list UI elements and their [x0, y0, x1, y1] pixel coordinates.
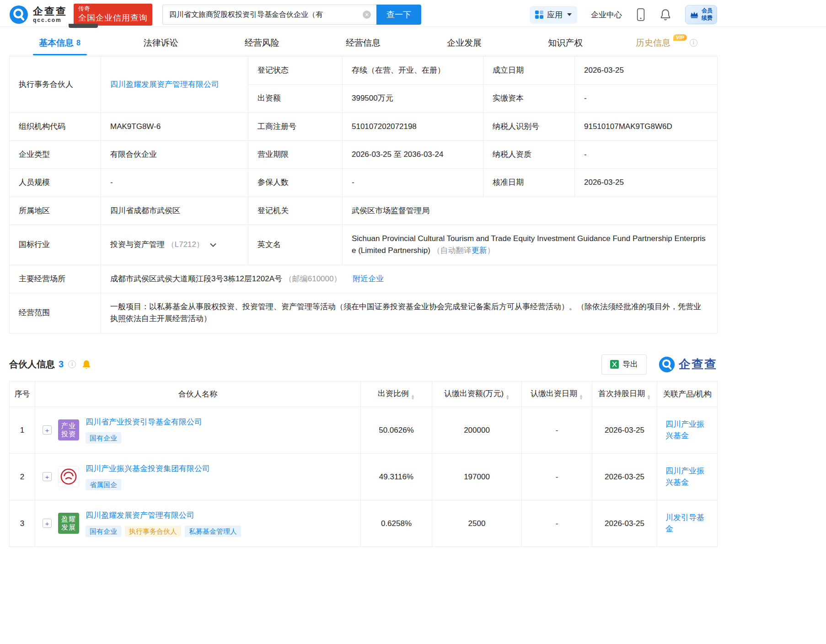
partner-name-link[interactable]: 四川产业振兴基金投资集团有限公司 [86, 463, 210, 475]
expand-row-button[interactable]: + [43, 472, 52, 481]
enterprise-center-link[interactable]: 企业中心 [591, 10, 622, 20]
partner-ratio: 49.3116% [361, 453, 432, 500]
address-text: 成都市武侯区武侯大道顺江段3号3栋12层1202A号 [110, 274, 282, 283]
qcc-logo-icon [9, 5, 28, 24]
tab-history[interactable]: 历史信息 VIP i [616, 31, 717, 55]
label-business-term: 营业期限 [248, 141, 343, 169]
executive-partner-link[interactable]: 四川盈耀发展资产管理有限公司 [110, 80, 219, 89]
tab-intellectual-property[interactable]: 知识产权 [515, 31, 616, 55]
clear-search-icon[interactable]: ✕ [363, 11, 371, 19]
col-first-date[interactable]: 首次持股日期▲▼ [592, 381, 657, 407]
label-reg-authority: 登记机关 [248, 197, 343, 225]
partner-logo[interactable] [58, 466, 79, 487]
value-staff-size: - [101, 169, 248, 197]
sort-icon[interactable]: ▲▼ [647, 395, 651, 400]
expand-row-button[interactable]: + [43, 425, 52, 435]
value-reg-no: 510107202072198 [343, 113, 483, 140]
tab-development[interactable]: 企业发展 [414, 31, 515, 55]
tab-risk-label: 经营风险 [245, 37, 279, 49]
label-taxpayer-quality: 纳税人资质 [483, 141, 575, 169]
qcc-watermark-icon [659, 356, 675, 373]
tab-development-label: 企业发展 [447, 37, 482, 49]
qcc-logo[interactable]: 企查查 qcc.com [9, 5, 67, 24]
col-pay-date-label: 认缴出资日期 [531, 389, 577, 398]
partner-logo-text: 投资 [61, 430, 76, 439]
partners-header-row: 序号 合伙人名称 出资比例▲▼ 认缴出资额(万元)▲▼ 认缴出资日期▲▼ 首次持… [10, 381, 718, 407]
member-renew-badge[interactable]: 会员 续费 [685, 5, 717, 24]
tab-legal-label: 法律诉讼 [144, 37, 178, 49]
related-fund-link[interactable]: 四川产业振兴基金 [665, 465, 709, 488]
value-paid-capital: - [575, 85, 718, 113]
tab-bar: 基本信息 8 法律诉讼 经营风险 经营信息 企业发展 知识产权 历史信息 VIP… [9, 31, 717, 55]
tab-basic-label: 基本信息 [39, 37, 74, 49]
col-related: 关联产品/机构 [657, 381, 718, 407]
search-button[interactable]: 查一下 [376, 5, 421, 25]
partner-ratio: 0.6258% [361, 500, 432, 547]
related-fund-link[interactable]: 川发引导基金 [665, 512, 709, 535]
chevron-down-icon [567, 13, 572, 16]
notification-bell-icon[interactable] [660, 8, 671, 21]
partner-row: 2 + 四川产业振兴基金投资集团有限公司 省属国企 [10, 453, 718, 500]
nearby-companies-link[interactable]: 附近企业 [353, 274, 384, 283]
industry-expand-chevron-icon[interactable] [210, 239, 216, 251]
address-postcode: （邮编610000） [284, 274, 342, 283]
col-amount[interactable]: 认缴出资额(万元)▲▼ [432, 381, 522, 407]
expand-row-button[interactable]: + [43, 519, 52, 528]
value-establish-date: 2026-03-25 [575, 57, 718, 85]
partner-logo[interactable]: 盈耀 发展 [58, 513, 79, 534]
value-region: 四川省成都市武侯区 [101, 197, 248, 225]
partner-pay-date: - [522, 453, 592, 500]
related-fund-link[interactable]: 四川产业振兴基金 [665, 419, 709, 442]
brand-name: 企查查 [33, 6, 67, 17]
label-org-code: 组织机构代码 [10, 113, 101, 140]
col-index: 序号 [10, 381, 35, 407]
basic-info-table: 执行事务合伙人 四川盈耀发展资产管理有限公司 登记状态 存续（在营、开业、在册）… [9, 56, 718, 333]
partners-subscribe-bell-icon[interactable] [81, 359, 91, 370]
partner-amount: 200000 [432, 407, 522, 453]
industry-code: （L7212） [167, 240, 204, 249]
sort-icon[interactable]: ▲▼ [505, 395, 510, 400]
tab-operation-label: 经营信息 [346, 37, 381, 49]
value-taxpayer-id: 91510107MAK9TG8W6D [575, 113, 718, 140]
crown-icon [690, 11, 699, 19]
tab-operating-info[interactable]: 经营信息 [312, 31, 413, 55]
col-pay-date[interactable]: 认缴出资日期▲▼ [522, 381, 592, 407]
sort-icon[interactable]: ▲▼ [579, 395, 583, 400]
partner-index: 1 [10, 407, 35, 453]
red-emblem-icon [60, 468, 77, 485]
search-input[interactable] [162, 5, 376, 25]
tab-basic-info[interactable]: 基本信息 8 [9, 31, 110, 55]
promo-badge[interactable]: 传奇 全国企业信用查询 [74, 4, 152, 26]
mobile-app-icon[interactable] [636, 8, 646, 21]
value-executive-partner: 四川盈耀发展资产管理有限公司 [101, 57, 248, 113]
tab-legal[interactable]: 法律诉讼 [110, 31, 211, 55]
value-reg-authority: 武侯区市场监督管理局 [343, 197, 718, 225]
fund-manager-badge: 私募基金管理人 [185, 526, 241, 537]
info-icon[interactable]: i [690, 39, 697, 47]
sort-icon[interactable]: ▲▼ [411, 395, 415, 400]
partners-info-icon[interactable]: i [68, 360, 76, 368]
partner-row: 3 + 盈耀 发展 四川盈耀发展资产管理有限公司 国有企业 执行事务合伙人 私募… [10, 500, 718, 547]
partner-index: 3 [10, 500, 35, 547]
export-button[interactable]: 导出 [601, 354, 647, 375]
translate-update-link[interactable]: 更新 [472, 246, 487, 255]
tab-operating-risk[interactable]: 经营风险 [211, 31, 312, 55]
label-business-scope: 经营范围 [10, 293, 101, 333]
label-region: 所属地区 [10, 197, 101, 225]
english-name-text: Sichuan Provincial Cultural Tourism and … [352, 234, 706, 255]
col-ratio[interactable]: 出资比例▲▼ [361, 381, 432, 407]
partner-pay-date: - [522, 407, 592, 453]
partner-name-link[interactable]: 四川盈耀发展资产管理有限公司 [86, 510, 194, 521]
promo-line1: 传奇 [78, 5, 148, 13]
export-label: 导出 [622, 359, 638, 370]
partner-logo[interactable]: 产业 投资 [58, 419, 79, 440]
apps-menu-button[interactable]: 应用 [530, 6, 577, 24]
label-industry: 国标行业 [10, 225, 101, 265]
label-contribution: 出资额 [248, 85, 343, 113]
partner-name-link[interactable]: 四川省产业投资引导基金有限公司 [86, 416, 202, 428]
label-establish-date: 成立日期 [483, 57, 575, 85]
excel-icon [610, 360, 619, 369]
partner-amount: 2500 [432, 500, 522, 547]
auto-translate-note-close: ） [487, 246, 495, 255]
label-company-type: 企业类型 [10, 141, 101, 169]
